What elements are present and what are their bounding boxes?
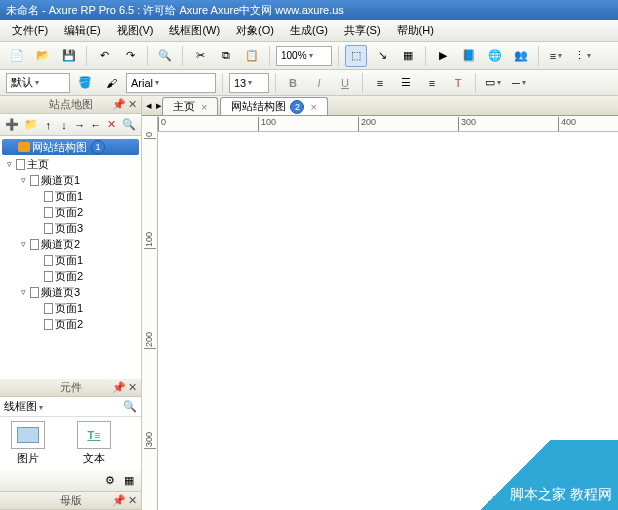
underline-button[interactable]: U [334, 72, 356, 94]
widget-label: 文本 [83, 451, 105, 466]
new-icon[interactable]: 📄 [6, 45, 28, 67]
add-folder-icon[interactable]: 📁 [23, 117, 39, 133]
toggle-icon[interactable]: ▿ [18, 239, 28, 249]
sitemap-item[interactable]: 页面2 [0, 268, 141, 284]
add-page-icon[interactable]: ➕ [4, 117, 20, 133]
format-painter-icon[interactable]: 🖌 [100, 72, 122, 94]
toggle-icon[interactable] [32, 303, 42, 313]
sitemap-item[interactable]: ▿频道页3 [0, 284, 141, 300]
wireframe-dropdown[interactable]: 线框图 [0, 399, 47, 414]
tree-label: 页面2 [55, 205, 83, 220]
document-tab[interactable]: 网站结构图2× [220, 97, 327, 115]
move-down-icon[interactable]: ↓ [58, 117, 71, 133]
widget-library-select[interactable]: 线框图 🔍 [0, 397, 141, 417]
find-icon[interactable]: 🔍 [154, 45, 176, 67]
paste-icon[interactable]: 📋 [241, 45, 263, 67]
sitemap-item[interactable]: 页面2 [0, 316, 141, 332]
document-tab[interactable]: 主页× [162, 97, 218, 115]
zoom-select[interactable]: 100% [276, 46, 332, 66]
redo-icon[interactable]: ↷ [119, 45, 141, 67]
font-select[interactable]: Arial [126, 73, 216, 93]
widget-opt-icon[interactable]: ⚙ [102, 473, 118, 489]
align-center-icon[interactable]: ☰ [395, 72, 417, 94]
toggle-icon[interactable] [6, 142, 16, 152]
close-icon[interactable]: ✕ [128, 381, 137, 394]
close-icon[interactable]: ✕ [128, 494, 137, 507]
sitemap-item[interactable]: 页面3 [0, 220, 141, 236]
share-icon[interactable]: 👥 [510, 45, 532, 67]
text-color-icon[interactable]: T [447, 72, 469, 94]
widget-item[interactable]: 图片 [4, 421, 52, 466]
sitemap-item[interactable]: 页面2 [0, 204, 141, 220]
sitemap-title: 站点地图 [49, 97, 93, 112]
spec-icon[interactable]: 📘 [458, 45, 480, 67]
preview-icon[interactable]: ▶ [432, 45, 454, 67]
sitemap-item[interactable]: 网站结构图1 [2, 139, 139, 155]
cut-icon[interactable]: ✂ [189, 45, 211, 67]
group-icon[interactable]: ▦ [397, 45, 419, 67]
search-icon[interactable]: 🔍 [119, 400, 141, 413]
toggle-icon[interactable] [32, 255, 42, 265]
move-up-icon[interactable]: ↑ [42, 117, 55, 133]
sitemap-item[interactable]: ▿频道页2 [0, 236, 141, 252]
line-icon[interactable]: ─ [508, 72, 530, 94]
toggle-icon[interactable] [32, 319, 42, 329]
sitemap-item[interactable]: ▿频道页1 [0, 172, 141, 188]
page-icon [44, 191, 53, 202]
save-icon[interactable]: 💾 [58, 45, 80, 67]
fill-icon[interactable]: 🪣 [74, 72, 96, 94]
pin-icon[interactable]: 📌 [112, 381, 126, 394]
bold-button[interactable]: B [282, 72, 304, 94]
sitemap-tree: 网站结构图1▿主页▿频道页1页面1页面2页面3▿频道页2页面1页面2▿频道页3页… [0, 136, 141, 379]
toggle-icon[interactable]: ▿ [18, 175, 28, 185]
align-icon[interactable]: ≡ [545, 45, 567, 67]
menu-file[interactable]: 文件(F) [4, 20, 56, 41]
select-mode-icon[interactable]: ⬚ [345, 45, 367, 67]
align-left-icon[interactable]: ≡ [369, 72, 391, 94]
pin-icon[interactable]: 📌 [112, 98, 126, 111]
italic-button[interactable]: I [308, 72, 330, 94]
menu-generate[interactable]: 生成(G) [282, 20, 336, 41]
style-select[interactable]: 默认 [6, 73, 70, 93]
sitemap-item[interactable]: 页面1 [0, 188, 141, 204]
widget-item[interactable]: T≡文本 [70, 421, 118, 466]
toggle-icon[interactable] [32, 271, 42, 281]
connect-icon[interactable]: ↘ [371, 45, 393, 67]
tab-scroll-left-icon[interactable]: ◂ [146, 99, 152, 112]
border-icon[interactable]: ▭ [482, 72, 504, 94]
menu-view[interactable]: 视图(V) [109, 20, 162, 41]
menu-share[interactable]: 共享(S) [336, 20, 389, 41]
toggle-icon[interactable] [32, 191, 42, 201]
toggle-icon[interactable] [32, 223, 42, 233]
toggle-icon[interactable]: ▿ [4, 159, 14, 169]
tree-label: 频道页1 [41, 173, 80, 188]
search-icon[interactable]: 🔍 [121, 117, 137, 133]
menu-object[interactable]: 对象(O) [228, 20, 282, 41]
fontsize-select[interactable]: 13 [229, 73, 269, 93]
tab-close-icon[interactable]: × [310, 101, 316, 113]
page-icon [44, 255, 53, 266]
menu-wireframe[interactable]: 线框图(W) [161, 20, 228, 41]
tab-close-icon[interactable]: × [201, 101, 207, 113]
toggle-icon[interactable] [32, 207, 42, 217]
sitemap-item[interactable]: ▿主页 [0, 156, 141, 172]
delete-icon[interactable]: ✕ [105, 117, 118, 133]
align-right-icon[interactable]: ≡ [421, 72, 443, 94]
outdent-icon[interactable]: ← [89, 117, 102, 133]
copy-icon[interactable]: ⧉ [215, 45, 237, 67]
sitemap-item[interactable]: 页面1 [0, 252, 141, 268]
publish-icon[interactable]: 🌐 [484, 45, 506, 67]
widget-grid-icon[interactable]: ▦ [121, 473, 137, 489]
pin-icon[interactable]: 📌 [112, 494, 126, 507]
open-icon[interactable]: 📂 [32, 45, 54, 67]
toggle-icon[interactable]: ▿ [18, 287, 28, 297]
menu-help[interactable]: 帮助(H) [389, 20, 442, 41]
menu-edit[interactable]: 编辑(E) [56, 20, 109, 41]
sidebar: 站点地图 📌✕ ➕ 📁 ↑ ↓ → ← ✕ 🔍 网站结构图1▿主页▿频道页1页面… [0, 96, 142, 510]
close-icon[interactable]: ✕ [128, 98, 137, 111]
undo-icon[interactable]: ↶ [93, 45, 115, 67]
tab-scroll-right-icon[interactable]: ▸ [156, 99, 162, 112]
sitemap-item[interactable]: 页面1 [0, 300, 141, 316]
distribute-icon[interactable]: ⋮ [571, 45, 593, 67]
indent-icon[interactable]: → [73, 117, 86, 133]
